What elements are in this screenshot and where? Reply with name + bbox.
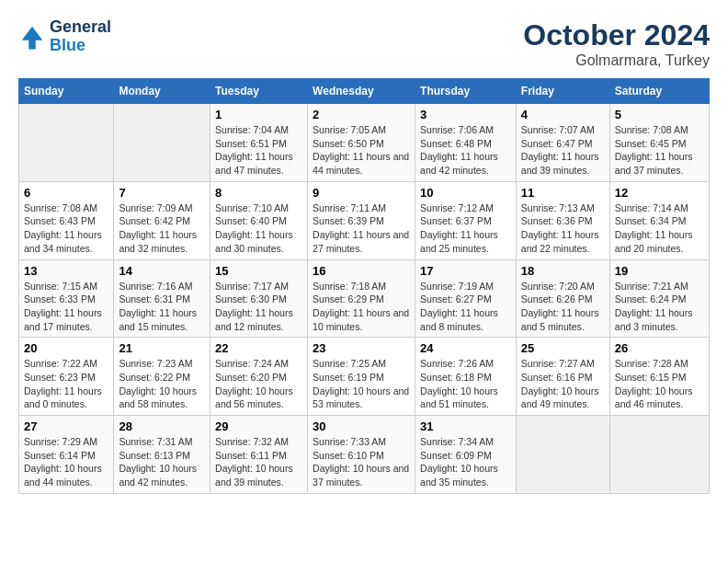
day-info: Sunrise: 7:27 AMSunset: 6:16 PMDaylight:… <box>521 357 605 411</box>
calendar-cell: 5Sunrise: 7:08 AMSunset: 6:45 PMDaylight… <box>609 104 709 182</box>
daylight-text: Daylight: 11 hours and 39 minutes. <box>521 150 605 177</box>
day-number: 19 <box>615 264 704 278</box>
sunrise-text: Sunrise: 7:17 AM <box>215 280 302 293</box>
header-row: SundayMondayTuesdayWednesdayThursdayFrid… <box>19 79 710 104</box>
day-info: Sunrise: 7:23 AMSunset: 6:22 PMDaylight:… <box>119 357 205 411</box>
sunset-text: Sunset: 6:31 PM <box>119 293 205 306</box>
sunrise-text: Sunrise: 7:29 AM <box>24 435 108 449</box>
day-number: 13 <box>24 264 108 278</box>
sunset-text: Sunset: 6:16 PM <box>521 371 605 385</box>
weekday-header: Sunday <box>19 79 114 104</box>
daylight-text: Daylight: 11 hours and 37 minutes. <box>615 150 704 177</box>
calendar-cell: 20Sunrise: 7:22 AMSunset: 6:23 PMDayligh… <box>19 338 114 416</box>
day-info: Sunrise: 7:33 AMSunset: 6:10 PMDaylight:… <box>313 435 410 489</box>
calendar-cell: 19Sunrise: 7:21 AMSunset: 6:24 PMDayligh… <box>609 259 709 338</box>
sunset-text: Sunset: 6:45 PM <box>615 137 704 151</box>
sunset-text: Sunset: 6:40 PM <box>215 214 302 228</box>
calendar-cell <box>19 104 114 182</box>
sunset-text: Sunset: 6:29 PM <box>313 293 410 306</box>
day-info: Sunrise: 7:08 AMSunset: 6:45 PMDaylight:… <box>615 123 704 178</box>
calendar-cell: 9Sunrise: 7:11 AMSunset: 6:39 PMDaylight… <box>308 181 415 259</box>
calendar-cell: 8Sunrise: 7:10 AMSunset: 6:40 PMDaylight… <box>210 181 308 259</box>
day-number: 1 <box>215 108 302 121</box>
daylight-text: Daylight: 11 hours and 42 minutes. <box>420 150 511 177</box>
day-number: 24 <box>420 341 511 355</box>
sunrise-text: Sunrise: 7:23 AM <box>119 357 205 371</box>
sunrise-text: Sunrise: 7:12 AM <box>420 201 511 215</box>
title-block: October 2024 Golmarmara, Turkey <box>523 18 710 69</box>
day-info: Sunrise: 7:24 AMSunset: 6:20 PMDaylight:… <box>215 357 302 411</box>
day-number: 7 <box>119 186 205 200</box>
sunrise-text: Sunrise: 7:06 AM <box>420 123 511 137</box>
sunset-text: Sunset: 6:18 PM <box>420 371 511 385</box>
day-info: Sunrise: 7:12 AMSunset: 6:37 PMDaylight:… <box>420 201 511 256</box>
sunrise-text: Sunrise: 7:19 AM <box>420 280 511 293</box>
calendar-cell: 10Sunrise: 7:12 AMSunset: 6:37 PMDayligh… <box>415 181 517 259</box>
day-number: 26 <box>615 341 704 355</box>
calendar-cell: 25Sunrise: 7:27 AMSunset: 6:16 PMDayligh… <box>516 338 609 416</box>
daylight-text: Daylight: 11 hours and 3 minutes. <box>615 306 704 333</box>
calendar-cell: 29Sunrise: 7:32 AMSunset: 6:11 PMDayligh… <box>210 416 308 494</box>
day-info: Sunrise: 7:15 AMSunset: 6:33 PMDaylight:… <box>24 280 108 334</box>
location-title: Golmarmara, Turkey <box>523 52 710 69</box>
daylight-text: Daylight: 10 hours and 37 minutes. <box>313 462 410 488</box>
daylight-text: Daylight: 10 hours and 49 minutes. <box>521 385 605 411</box>
day-info: Sunrise: 7:04 AMSunset: 6:51 PMDaylight:… <box>215 123 302 178</box>
sunrise-text: Sunrise: 7:08 AM <box>24 201 108 215</box>
sunset-text: Sunset: 6:15 PM <box>615 371 704 385</box>
day-info: Sunrise: 7:17 AMSunset: 6:30 PMDaylight:… <box>215 280 302 334</box>
calendar-week-row: 20Sunrise: 7:22 AMSunset: 6:23 PMDayligh… <box>19 338 710 416</box>
calendar-cell: 16Sunrise: 7:18 AMSunset: 6:29 PMDayligh… <box>308 259 415 338</box>
day-number: 9 <box>313 186 410 200</box>
daylight-text: Daylight: 11 hours and 47 minutes. <box>215 150 302 177</box>
calendar-week-row: 27Sunrise: 7:29 AMSunset: 6:14 PMDayligh… <box>19 416 710 494</box>
day-info: Sunrise: 7:11 AMSunset: 6:39 PMDaylight:… <box>313 201 410 256</box>
sunset-text: Sunset: 6:51 PM <box>215 137 302 151</box>
daylight-text: Daylight: 10 hours and 42 minutes. <box>119 462 205 488</box>
calendar-week-row: 1Sunrise: 7:04 AMSunset: 6:51 PMDaylight… <box>19 104 710 182</box>
day-info: Sunrise: 7:31 AMSunset: 6:13 PMDaylight:… <box>119 435 205 489</box>
sunset-text: Sunset: 6:10 PM <box>313 449 410 463</box>
logo: General Blue <box>18 18 111 55</box>
calendar-cell: 11Sunrise: 7:13 AMSunset: 6:36 PMDayligh… <box>516 181 609 259</box>
day-number: 29 <box>215 419 302 433</box>
daylight-text: Daylight: 10 hours and 44 minutes. <box>24 462 108 488</box>
day-info: Sunrise: 7:08 AMSunset: 6:43 PMDaylight:… <box>24 201 108 256</box>
day-number: 31 <box>420 419 511 433</box>
day-number: 5 <box>615 108 704 121</box>
day-info: Sunrise: 7:14 AMSunset: 6:34 PMDaylight:… <box>615 201 704 256</box>
sunrise-text: Sunrise: 7:10 AM <box>215 201 302 215</box>
sunset-text: Sunset: 6:27 PM <box>420 293 511 306</box>
calendar-cell <box>516 416 609 494</box>
day-info: Sunrise: 7:10 AMSunset: 6:40 PMDaylight:… <box>215 201 302 256</box>
calendar-cell: 7Sunrise: 7:09 AMSunset: 6:42 PMDaylight… <box>114 181 210 259</box>
calendar-table: SundayMondayTuesdayWednesdayThursdayFrid… <box>18 78 710 494</box>
daylight-text: Daylight: 10 hours and 53 minutes. <box>313 385 410 411</box>
day-number: 20 <box>24 341 108 355</box>
calendar-cell: 2Sunrise: 7:05 AMSunset: 6:50 PMDaylight… <box>308 104 415 182</box>
calendar-cell: 12Sunrise: 7:14 AMSunset: 6:34 PMDayligh… <box>609 181 709 259</box>
daylight-text: Daylight: 11 hours and 0 minutes. <box>24 385 108 411</box>
sunrise-text: Sunrise: 7:20 AM <box>521 280 605 293</box>
calendar-cell <box>114 104 210 182</box>
calendar-cell: 30Sunrise: 7:33 AMSunset: 6:10 PMDayligh… <box>308 416 415 494</box>
sunrise-text: Sunrise: 7:09 AM <box>119 201 205 215</box>
day-info: Sunrise: 7:22 AMSunset: 6:23 PMDaylight:… <box>24 357 108 411</box>
daylight-text: Daylight: 11 hours and 30 minutes. <box>215 228 302 255</box>
sunrise-text: Sunrise: 7:18 AM <box>313 280 410 293</box>
logo-line2: Blue <box>50 37 111 55</box>
day-number: 14 <box>119 264 205 278</box>
calendar-cell: 13Sunrise: 7:15 AMSunset: 6:33 PMDayligh… <box>19 259 114 338</box>
day-info: Sunrise: 7:13 AMSunset: 6:36 PMDaylight:… <box>521 201 605 256</box>
daylight-text: Daylight: 11 hours and 27 minutes. <box>313 228 410 255</box>
sunset-text: Sunset: 6:24 PM <box>615 293 704 306</box>
daylight-text: Daylight: 11 hours and 32 minutes. <box>119 228 205 255</box>
sunrise-text: Sunrise: 7:08 AM <box>615 123 704 137</box>
day-number: 22 <box>215 341 302 355</box>
svg-marker-0 <box>22 27 43 50</box>
sunrise-text: Sunrise: 7:21 AM <box>615 280 704 293</box>
calendar-cell: 3Sunrise: 7:06 AMSunset: 6:48 PMDaylight… <box>415 104 517 182</box>
calendar-cell: 23Sunrise: 7:25 AMSunset: 6:19 PMDayligh… <box>308 338 415 416</box>
sunset-text: Sunset: 6:43 PM <box>24 214 108 228</box>
day-number: 8 <box>215 186 302 200</box>
